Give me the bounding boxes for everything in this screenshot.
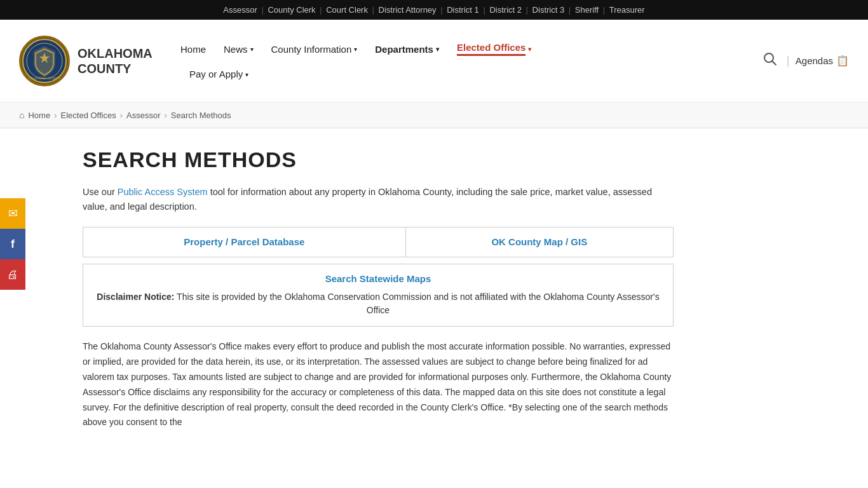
nav-area: Home News ▾ County Information ▾ Departm… [159,36,760,86]
nav-home[interactable]: Home [172,37,215,61]
property-parcel-button[interactable]: Property / Parcel Database [184,236,304,247]
news-arrow: ▾ [250,46,254,53]
svg-line-5 [773,62,776,65]
intro-paragraph: Use our Public Access System tool for in… [83,185,674,214]
top-bar: Assessor | County Clerk | Court Clerk | … [0,0,868,20]
print-icon: 🖨 [7,268,18,281]
breadcrumb-home[interactable]: Home [28,111,50,120]
disclaimer-label: Disclaimer Notice: [97,292,174,302]
breadcrumb: ⌂ Home › Elected Offices › Assessor › Se… [0,102,868,128]
statewide-maps-link[interactable]: Search Statewide Maps [96,273,660,284]
sep4: | [440,5,445,15]
nav-news[interactable]: News ▾ [215,37,262,61]
sep2: | [320,5,324,15]
topbar-assessor[interactable]: Assessor [223,5,257,15]
logo-image: OKLAHOMA COUNTY [19,36,70,86]
facebook-icon: f [11,238,15,251]
body-paragraph: The Oklahoma County Assessor's Office ma… [83,339,674,430]
topbar-treasurer[interactable]: Treasurer [609,5,645,15]
topbar-district-2[interactable]: District 2 [489,5,522,15]
topbar-district-attorney[interactable]: District Attorney [379,5,437,15]
sep7: | [569,5,573,15]
sep1: | [261,5,266,15]
email-share-button[interactable]: ✉ [0,198,25,229]
social-sidebar: ✉ f 🖨 [0,198,25,290]
county-info-arrow: ▾ [354,46,357,53]
topbar-district-1[interactable]: District 1 [447,5,479,15]
bc-sep-1: › [54,111,57,120]
public-access-link[interactable]: Public Access System [118,187,208,197]
search-button[interactable] [760,49,780,72]
breadcrumb-current: Search Methods [171,111,231,120]
nav-elected-offices[interactable]: Elected Offices ▾ [448,36,540,62]
property-parcel-cell: Property / Parcel Database [83,227,406,257]
pay-apply-arrow: ▾ [245,71,248,78]
breadcrumb-elected-offices[interactable]: Elected Offices [61,111,116,120]
topbar-court-clerk[interactable]: Court Clerk [326,5,368,15]
main-content: SEARCH METHODS Use our Public Access Sys… [70,147,686,430]
gis-cell: OK County Map / GIS [405,227,673,257]
email-icon: ✉ [8,207,18,220]
gis-button[interactable]: OK County Map / GIS [491,236,587,247]
departments-arrow: ▾ [436,46,439,53]
nav-search-area: | Agendas 📋 [760,49,849,72]
topbar-sheriff[interactable]: Sheriff [575,5,599,15]
facebook-share-button[interactable]: f [0,229,25,259]
sep3: | [372,5,377,15]
nav-row-1: Home News ▾ County Information ▾ Departm… [172,36,760,62]
search-buttons-table: Property / Parcel Database OK County Map… [83,227,674,257]
nav-county-info[interactable]: County Information ▾ [262,37,367,61]
nav-row-2: Pay or Apply ▾ [172,62,760,86]
logo-text: OKLAHOMA COUNTY [78,46,153,76]
nav-separator: | [787,54,789,67]
agendas-link[interactable]: Agendas 📋 [796,55,849,67]
bc-sep-3: › [165,111,167,120]
nav-departments[interactable]: Departments ▾ [366,37,448,61]
breadcrumb-assessor[interactable]: Assessor [126,111,160,120]
statewide-maps-box: Search Statewide Maps Disclaimer Notice:… [83,264,674,327]
home-icon: ⌂ [19,110,24,120]
page-title: SEARCH METHODS [83,147,674,172]
svg-text:OKLAHOMA COUNTY: OKLAHOMA COUNTY [29,76,61,80]
elected-offices-arrow: ▾ [528,46,531,53]
topbar-county-clerk[interactable]: County Clerk [268,5,315,15]
sep6: | [526,5,531,15]
disclaimer-text: Disclaimer Notice: This site is provided… [96,290,660,317]
nav-pay-apply[interactable]: Pay or Apply ▾ [180,62,257,86]
agendas-icon: 📋 [836,55,849,67]
header: OKLAHOMA COUNTY OKLAHOMA COUNTY Home New… [0,20,868,102]
topbar-district-3[interactable]: District 3 [532,5,565,15]
print-button[interactable]: 🖨 [0,259,25,290]
bc-sep-2: › [120,111,123,120]
logo-area: OKLAHOMA COUNTY OKLAHOMA COUNTY [19,36,159,86]
sep5: | [483,5,487,15]
sep8: | [603,5,607,15]
